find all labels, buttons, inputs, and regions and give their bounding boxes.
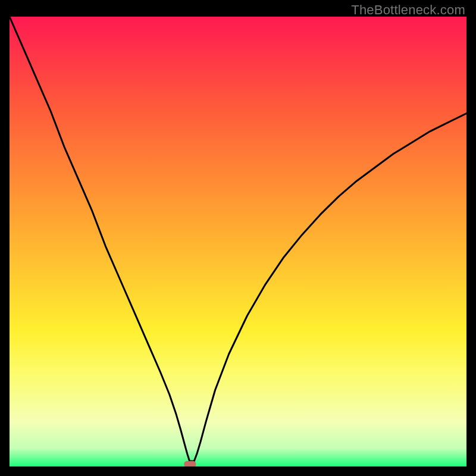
watermark-text: TheBottleneck.com [351, 2, 465, 18]
chart-background [10, 17, 466, 466]
chart-svg [10, 17, 466, 466]
chart-marker [184, 461, 196, 466]
chart-frame [10, 17, 466, 466]
